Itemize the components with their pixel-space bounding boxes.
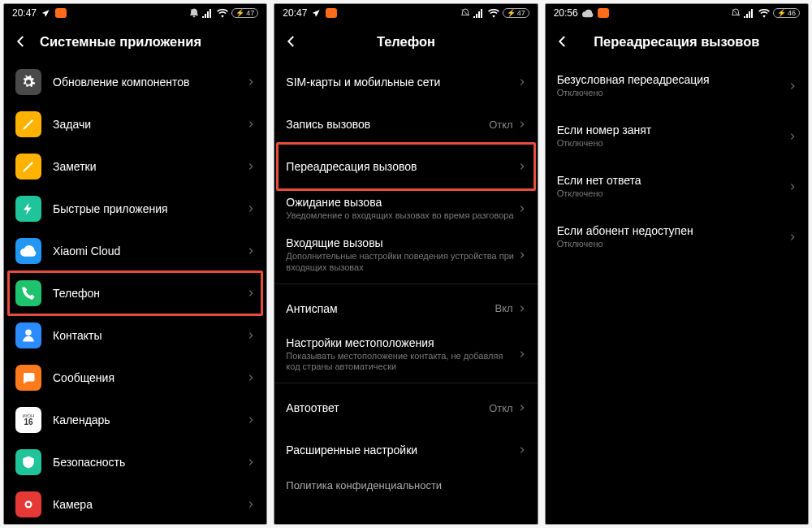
chevron-right-icon xyxy=(247,119,255,130)
forwarding-row[interactable]: Если номер занятОтключено xyxy=(546,111,808,162)
app-list: Обновление компонентовЗадачиЗаметкиБыстр… xyxy=(4,61,266,524)
back-button[interactable] xyxy=(284,34,307,49)
app-row[interactable]: Камера xyxy=(4,483,266,524)
app-label: Задачи xyxy=(53,118,247,131)
chevron-right-icon xyxy=(247,414,255,426)
setting-label: Ожидание вызова xyxy=(286,196,517,209)
app-row[interactable]: Xiaomi Cloud xyxy=(4,230,266,272)
signal-icon xyxy=(473,9,485,18)
screen-phone-settings: 20:47 ⚡47 Телефон SIM-карты и мобильные … xyxy=(274,3,538,525)
chevron-right-icon xyxy=(247,161,255,172)
settings-row[interactable]: Ожидание вызоваУведомление о входящих вы… xyxy=(274,188,537,230)
chevron-right-icon xyxy=(518,303,526,314)
app-row[interactable]: ИЮН16Календарь xyxy=(4,399,266,441)
signal-icon xyxy=(202,9,214,18)
settings-row[interactable]: Расширенные настройки xyxy=(274,429,537,471)
forwarding-status: Отключено xyxy=(557,239,788,250)
telegram-icon xyxy=(311,8,322,19)
settings-row[interactable]: Запись вызововОткл xyxy=(274,103,537,145)
battery-indicator: ⚡47 xyxy=(231,8,258,18)
settings-row[interactable]: Переадресация вызовов xyxy=(274,145,537,188)
screen-call-forwarding: 20:56 ⚡46 Переадресация вызовов Безуслов… xyxy=(545,3,809,525)
screen-system-apps: 20:47 ⚡47 Системные приложения Обновлени… xyxy=(3,3,267,525)
app-label: Обновление компонентов xyxy=(53,76,247,89)
back-button[interactable] xyxy=(555,34,578,49)
settings-row[interactable]: SIM-карты и мобильные сети xyxy=(274,61,537,103)
app-label: Заметки xyxy=(53,160,247,173)
setting-label: SIM-карты и мобильные сети xyxy=(286,76,517,89)
setting-label: Переадресация вызовов xyxy=(286,160,517,173)
chevron-right-icon xyxy=(788,232,797,243)
app-row[interactable]: Обновление компонентов xyxy=(4,61,266,103)
bolt-icon xyxy=(15,196,41,222)
person-icon xyxy=(15,322,41,348)
app-row[interactable]: Контакты xyxy=(4,314,266,357)
battery-indicator: ⚡46 xyxy=(773,8,800,18)
chevron-right-icon xyxy=(247,245,255,257)
forwarding-row[interactable]: Если нет ответаОтключено xyxy=(546,162,808,212)
forwarding-row[interactable]: Безусловная переадресацияОтключено xyxy=(546,61,808,111)
chevron-right-icon xyxy=(788,131,797,142)
setting-label: Входящие вызовы xyxy=(286,236,517,249)
dnd-icon xyxy=(460,8,470,18)
app-row[interactable]: Заметки xyxy=(4,145,266,188)
settings-list: SIM-карты и мобильные сетиЗапись вызовов… xyxy=(274,61,537,524)
app-row[interactable]: Телефон xyxy=(4,272,266,314)
app-row[interactable]: Безопасность xyxy=(4,441,266,483)
battery-indicator: ⚡47 xyxy=(503,8,529,18)
phone-icon xyxy=(15,280,41,306)
settings-row[interactable]: Настройки местоположенияПоказывать место… xyxy=(274,330,537,380)
forwarding-label: Безусловная переадресация xyxy=(557,73,788,86)
privacy-link[interactable]: Политика конфиденциальности xyxy=(274,471,537,500)
titlebar: Системные приложения xyxy=(4,22,266,61)
chevron-right-icon xyxy=(247,372,255,383)
setting-value: Откл xyxy=(489,402,513,414)
chevron-right-icon xyxy=(788,181,797,193)
cam-icon xyxy=(15,491,41,517)
app-label: Xiaomi Cloud xyxy=(53,245,247,258)
app-label: Календарь xyxy=(53,413,247,426)
app-row[interactable]: Быстрые приложения xyxy=(4,188,266,230)
clock: 20:47 xyxy=(12,7,37,19)
chevron-right-icon xyxy=(788,80,797,92)
cloud-icon xyxy=(15,238,41,264)
settings-row[interactable]: Входящие вызовыДополнительные настройки … xyxy=(274,230,537,280)
note-icon xyxy=(15,111,41,137)
chevron-right-icon xyxy=(518,249,526,261)
forwarding-status: Отключено xyxy=(557,138,788,149)
shield-icon xyxy=(15,449,41,475)
page-title: Переадресация вызовов xyxy=(578,34,775,50)
app-row[interactable]: Задачи xyxy=(4,103,266,145)
note-icon xyxy=(15,154,41,180)
forwarding-label: Если номер занят xyxy=(557,123,788,136)
back-button[interactable] xyxy=(14,34,37,49)
forwarding-list: Безусловная переадресацияОтключеноЕсли н… xyxy=(546,61,808,524)
chevron-right-icon xyxy=(518,348,526,360)
app-label: Камера xyxy=(53,498,247,511)
svg-point-1 xyxy=(27,503,31,507)
setting-value: Откл xyxy=(489,119,513,131)
record-icon xyxy=(598,8,609,18)
clock: 20:47 xyxy=(283,7,307,19)
wifi-icon xyxy=(488,9,499,18)
chevron-right-icon xyxy=(518,203,526,214)
setting-label: Антиспам xyxy=(286,302,495,315)
setting-label: Расширенные настройки xyxy=(286,444,517,457)
forwarding-row[interactable]: Если абонент недоступенОтключено xyxy=(546,212,808,262)
wifi-icon xyxy=(217,9,228,18)
chevron-right-icon xyxy=(247,203,255,214)
signal-icon xyxy=(744,9,755,18)
chevron-right-icon xyxy=(518,444,526,456)
titlebar: Телефон xyxy=(274,22,537,61)
wifi-icon xyxy=(758,9,770,18)
setting-sublabel: Уведомление о входящих вызовах во время … xyxy=(286,210,517,222)
chevron-right-icon xyxy=(247,330,255,341)
record-icon xyxy=(55,8,67,18)
settings-row[interactable]: АвтоответОткл xyxy=(274,387,537,429)
telegram-icon xyxy=(41,8,51,19)
setting-label: Запись вызовов xyxy=(286,118,489,131)
app-row[interactable]: Сообщения xyxy=(4,357,266,399)
titlebar: Переадресация вызовов xyxy=(546,22,808,61)
chevron-right-icon xyxy=(247,288,255,299)
settings-row[interactable]: АнтиспамВкл xyxy=(274,288,537,330)
